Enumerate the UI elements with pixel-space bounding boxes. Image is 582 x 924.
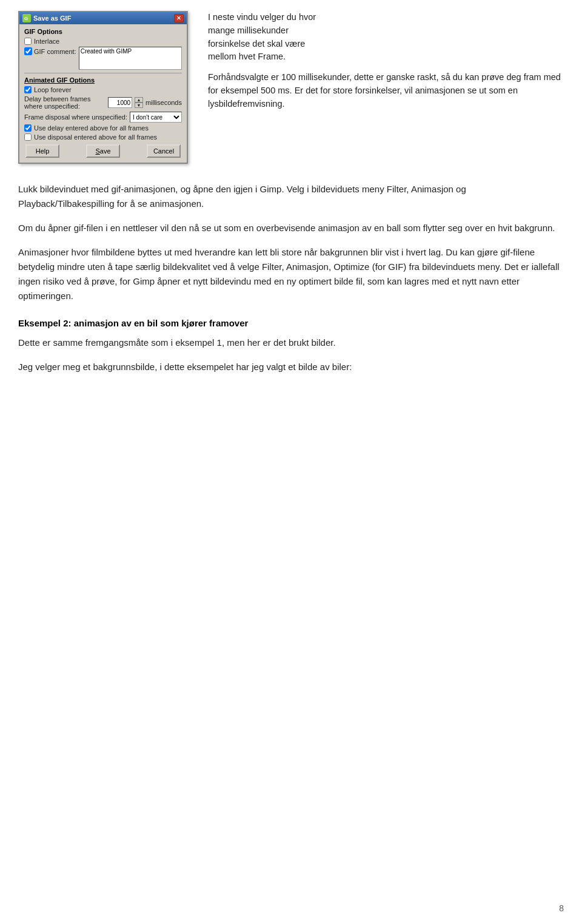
delay-spin-buttons: ▲ ▼ [135,97,143,108]
right-para1: Forhåndsvalgte er 100 millisekunder, det… [208,71,564,110]
save-button[interactable]: Save [86,144,120,158]
right-column: I neste vindu velger du hvor mange milli… [197,11,564,164]
delay-unit: milliseconds [146,99,182,106]
disposal-row: Frame disposal where unspecified: I don'… [24,112,182,123]
example-heading: Eksempel 2: animasjon av en bil som kjør… [18,318,564,328]
save-as-gif-dialog: G Save as GIF ✕ GIF Options Interlace [18,11,188,164]
loop-forever-label: Loop forever [34,86,72,93]
delay-spin-down[interactable]: ▼ [135,103,143,108]
gif-comment-label: GIF comment: [34,48,76,55]
animated-options-label: Animated GIF Options [24,76,182,84]
svg-text:G: G [24,16,28,21]
bottom-section: Lukk bildevinduet med gif-animasjonen, o… [0,182,582,402]
gif-options-label: GIF Options [24,28,182,35]
use-disposal-checkbox[interactable] [24,133,32,141]
right-line2: mange millisekunder [208,24,564,38]
paragraph-4: Dette er samme fremgangsmåte som i eksem… [18,336,564,350]
dialog-close-button[interactable]: ✕ [174,14,184,22]
delay-spin-up[interactable]: ▲ [135,97,143,103]
right-intro-text: I neste vindu velger du hvor mange milli… [208,11,564,110]
right-line3: forsinkelse det skal være [208,38,564,51]
cancel-button[interactable]: Cancel [147,144,181,158]
dialog-titlebar-left: G Save as GIF [22,14,71,22]
use-delay-row: Use delay entered above for all frames [24,124,182,132]
right-line1: I neste vindu velger du hvor [208,11,564,24]
paragraph-5: Jeg velger meg et bakgrunnsbilde, i dett… [18,360,564,374]
use-delay-label: Use delay entered above for all frames [34,124,149,132]
paragraph-3: Animasjoner hvor filmbildene byttes ut m… [18,245,564,303]
section-divider [24,73,182,73]
disposal-select[interactable]: I don't care [130,112,182,123]
dialog-title: Save as GIF [33,15,71,22]
delay-row: Delay between frames where unspecified: … [24,95,182,110]
gif-comment-label-container: GIF comment: [24,47,76,55]
delay-input[interactable] [108,97,132,108]
use-disposal-row: Use disposal entered above for all frame… [24,133,182,141]
paragraph-2: Om du åpner gif-filen i en nettleser vil… [18,221,564,235]
page-number: 8 [559,903,564,913]
save-label-rest: ave [100,147,111,155]
loop-forever-checkbox[interactable] [24,86,32,93]
dialog-body: GIF Options Interlace GIF comment: Creat… [19,24,187,163]
interlace-checkbox[interactable] [24,38,32,45]
use-disposal-label: Use disposal entered above for all frame… [34,133,157,141]
loop-forever-row: Loop forever [24,86,182,93]
paragraph-1: Lukk bildevinduet med gif-animasjonen, o… [18,182,564,211]
gif-comment-checkbox[interactable] [24,47,32,55]
use-delay-checkbox[interactable] [24,124,32,132]
delay-label: Delay between frames where unspecified: [24,95,105,110]
interlace-label: Interlace [34,38,59,45]
disposal-label: Frame disposal where unspecified: [24,113,127,121]
interlace-row: Interlace [24,38,182,45]
page-layout: G Save as GIF ✕ GIF Options Interlace [0,0,582,182]
dialog-titlebar: G Save as GIF ✕ [19,12,187,24]
dialog-buttons: Help Save Cancel [24,144,182,158]
gimp-icon: G [22,14,31,22]
help-button[interactable]: Help [25,144,59,158]
right-line4: mellom hvet Frame. [208,50,564,64]
gif-comment-input[interactable]: Created with GIMP [79,47,182,70]
gif-comment-row: GIF comment: Created with GIMP [24,47,182,70]
left-column: G Save as GIF ✕ GIF Options Interlace [18,11,197,164]
